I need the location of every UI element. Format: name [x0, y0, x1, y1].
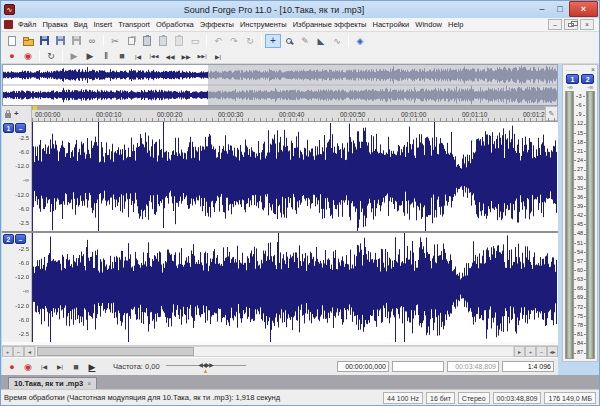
zoom-out-time-button[interactable]: −	[13, 346, 24, 357]
lock-icon[interactable]	[5, 113, 11, 118]
minimize-button[interactable]: –	[533, 3, 551, 17]
record-remote-icon[interactable]: ◉	[20, 360, 36, 374]
record-remote-icon[interactable]: ◉	[20, 49, 36, 63]
playback-cursor[interactable]	[32, 233, 33, 342]
selection-start-field[interactable]	[392, 361, 444, 372]
menu-item[interactable]: Инструменты	[237, 20, 290, 29]
save-as-icon[interactable]	[52, 34, 68, 48]
scroll-left-button[interactable]: ◂	[24, 346, 35, 357]
scroll-right-button[interactable]: ▸	[514, 346, 525, 357]
trim-icon[interactable]: ▭	[187, 34, 203, 48]
go-to-end-icon[interactable]: ▶|	[52, 360, 68, 374]
zoom-out-button[interactable]: −	[536, 346, 547, 357]
copy-icon[interactable]	[123, 34, 139, 48]
previous-icon[interactable]: |◀◀	[146, 49, 162, 63]
envelope-icon[interactable]: ∿	[329, 34, 345, 48]
cursor-marker[interactable]	[33, 106, 37, 110]
rewind-icon[interactable]: ◀◀	[162, 49, 178, 63]
title-bar[interactable]: ∿ Sound Forge Pro 11.0 - [10.Така, як ти…	[1, 1, 599, 18]
menu-item[interactable]: Избранные эффекты	[290, 20, 370, 29]
close-button[interactable]: ×	[569, 1, 598, 17]
tab-close-icon[interactable]: ×	[87, 380, 91, 387]
render-as-icon[interactable]	[68, 34, 84, 48]
child-minimize-button[interactable]: –	[548, 19, 562, 30]
meter-close-button[interactable]: ×	[591, 67, 595, 73]
menu-item[interactable]: Эффекты	[197, 20, 237, 29]
repeat-icon[interactable]: ↻	[242, 34, 258, 48]
menu-item[interactable]: Transport	[115, 20, 153, 29]
channel-2-button[interactable]: 2	[3, 234, 14, 244]
go-to-end-icon[interactable]: ▶|	[210, 49, 226, 63]
stop-icon[interactable]: ■	[114, 49, 130, 63]
open-icon[interactable]	[20, 34, 36, 48]
sample-rate-field[interactable]: 44 100 Hz	[383, 392, 423, 404]
edit-tool-icon[interactable]: +	[265, 34, 281, 48]
pause-icon[interactable]: ‖	[98, 49, 114, 63]
channel-1-button[interactable]: 1	[3, 123, 14, 133]
rate-slider-handle[interactable]: ◀◀▶▶	[198, 361, 212, 368]
scrollbar-thumb[interactable]	[37, 347, 194, 356]
play-normal-icon[interactable]: ▶	[84, 360, 100, 374]
channel-1-waveform-area[interactable]	[32, 122, 558, 231]
channel-2-waveform[interactable]	[32, 233, 557, 342]
panel-grip[interactable]: ·······	[565, 67, 579, 73]
menu-item[interactable]: Help	[445, 20, 466, 29]
overview-strip[interactable]	[2, 64, 558, 106]
play-all-icon[interactable]: ▶	[66, 49, 82, 63]
magnify-icon[interactable]	[281, 34, 297, 48]
menu-item[interactable]: Настройки	[370, 20, 413, 29]
channel-1-waveform[interactable]	[32, 122, 557, 231]
ruler-options-button[interactable]: ✎	[545, 106, 558, 121]
menu-item[interactable]: Файл	[15, 20, 39, 29]
channel-1-collapse-button[interactable]: –	[15, 123, 26, 133]
channel-2-collapse-button[interactable]: –	[15, 234, 26, 244]
zoom-in-button[interactable]: +	[525, 346, 536, 357]
maximize-button[interactable]: □	[551, 3, 569, 17]
publish-icon[interactable]: ∞	[84, 34, 100, 48]
playback-cursor[interactable]	[32, 122, 33, 231]
event-tool-icon[interactable]: ◣	[313, 34, 329, 48]
next-icon[interactable]: ▶▶|	[194, 49, 210, 63]
channel-2-waveform-area[interactable]	[32, 233, 558, 342]
meter-channel-button[interactable]: 1	[566, 74, 579, 84]
menu-item[interactable]: Правка	[39, 20, 70, 29]
meter-channel-button[interactable]: 2	[581, 74, 594, 84]
new-icon[interactable]	[4, 34, 20, 48]
stop-icon[interactable]: ■	[68, 360, 84, 374]
length-field[interactable]: 00:03:48,809	[493, 392, 542, 404]
loop-icon[interactable]: ↻	[43, 49, 59, 63]
scrollbar-track[interactable]	[35, 346, 514, 357]
menu-item[interactable]: Window	[412, 20, 445, 29]
record-icon[interactable]: ●	[4, 360, 20, 374]
save-icon[interactable]	[36, 34, 52, 48]
forward-icon[interactable]: ▶▶	[178, 49, 194, 63]
child-close-button[interactable]: ×	[580, 19, 594, 30]
document-tab[interactable]: 10.Така, як ти .mp3 ×	[8, 377, 97, 389]
menu-item[interactable]: Вид	[71, 20, 91, 29]
record-icon[interactable]: ●	[4, 49, 20, 63]
undo-icon[interactable]: ↶	[210, 34, 226, 48]
mix-icon[interactable]	[171, 34, 187, 48]
overview-waveform[interactable]	[3, 65, 557, 105]
pencil-icon[interactable]: ✎	[297, 34, 313, 48]
menu-item[interactable]: Insert	[90, 20, 115, 29]
sync-icon[interactable]: ◈	[352, 34, 368, 48]
go-to-start-icon[interactable]: |◀	[36, 360, 52, 374]
rate-slider[interactable]: ◀◀▶▶ ▲	[166, 361, 246, 372]
channel-mode-field[interactable]: Стерео	[458, 392, 490, 404]
document-icon[interactable]	[4, 20, 13, 29]
paste-icon[interactable]	[139, 34, 155, 48]
zoom-ratio-field[interactable]: 1:4 096	[502, 361, 554, 372]
cursor-position-field[interactable]: 00:00:00,000	[337, 361, 389, 372]
cut-icon[interactable]: ✂	[107, 34, 123, 48]
play-icon[interactable]: ▶	[82, 49, 98, 63]
child-restore-button[interactable]	[564, 19, 578, 30]
zoom-fit-button[interactable]: ◂▸	[547, 346, 558, 357]
zoom-in-time-button[interactable]: +	[2, 346, 13, 357]
redo-icon[interactable]: ↷	[226, 34, 242, 48]
time-ruler[interactable]: 00:00:0000:00:1000:00:2000:00:3000:00:40…	[32, 106, 558, 122]
selection-end-field[interactable]: 00:03:48,809	[447, 361, 499, 372]
go-to-start-icon[interactable]: |◀	[130, 49, 146, 63]
edit-tool-icon[interactable]: +	[14, 110, 19, 118]
bit-depth-field[interactable]: 16 бит	[426, 392, 455, 404]
